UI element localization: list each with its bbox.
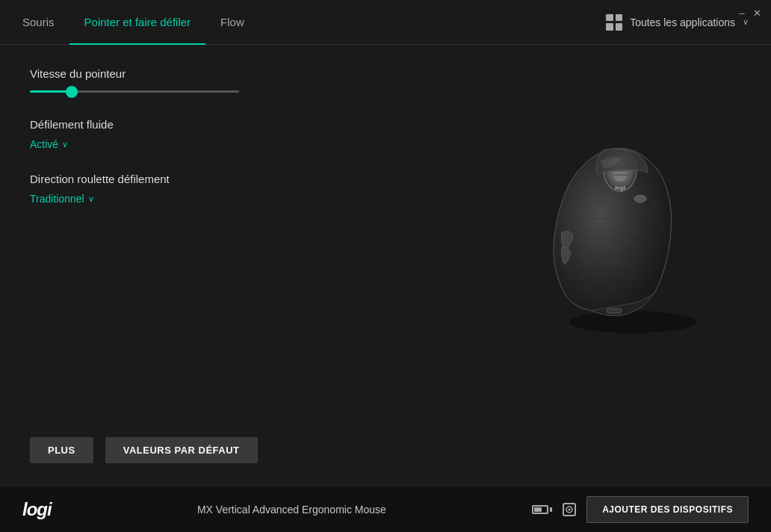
smooth-scroll-label: Défilement fluide [30,118,487,131]
footer-device-name: MX Vertical Advanced Ergonomic Mouse [52,504,532,516]
tab-flow[interactable]: Flow [205,0,259,45]
add-device-button[interactable]: AJOUTER DES DISPOSITIFS [586,496,749,523]
slider-thumb[interactable] [66,86,78,98]
grid-icon [606,14,622,31]
tab-pointer[interactable]: Pointer et faire défiler [69,0,206,45]
scroll-direction-value: Traditionnel [30,193,84,205]
smooth-scroll-dropdown[interactable]: Activé ∨ [30,138,487,150]
default-button[interactable]: VALEURS PAR DÉFAUT [105,437,258,463]
footer: logi MX Vertical Advanced Ergonomic Mous… [0,487,771,532]
scroll-direction-label: Direction roulette défilement [30,173,487,185]
scroll-direction-dropdown[interactable]: Traditionnel ∨ [30,193,487,205]
footer-right: AJOUTER DES DISPOSITIFS [532,496,749,523]
connection-icon [563,503,576,516]
nav-tabs: Souris Pointer et faire défiler Flow [22,0,606,45]
app-selector-label: Toutes les applications [630,16,735,28]
title-bar: – ✕ [728,0,771,25]
grid-dot [616,14,623,22]
slider-container[interactable] [30,87,239,96]
pointer-speed-section: Vitesse du pointeur [30,67,487,96]
chevron-down-icon: ∨ [62,140,68,149]
mouse-image: logi [510,132,719,341]
battery-body [532,505,548,514]
footer-logo: logi [22,499,52,520]
battery-icon [532,505,552,514]
bottom-buttons: PLUS VALEURS PAR DÉFAUT [0,427,771,472]
pointer-speed-label: Vitesse du pointeur [30,67,487,80]
battery-fill [534,507,542,512]
scroll-direction-section: Direction roulette défilement Traditionn… [30,173,487,205]
svg-text:logi: logi [615,185,626,191]
minimize-button[interactable]: – [735,6,749,19]
battery-tip [550,507,552,512]
svg-point-0 [569,311,696,333]
tab-souris[interactable]: Souris [22,0,69,45]
slider-track[interactable] [30,90,239,93]
chevron-down-icon: ∨ [88,194,94,204]
right-panel: logi [487,67,741,405]
nav-bar: Souris Pointer et faire défiler Flow Tou… [0,0,771,45]
main-content: Vitesse du pointeur Défilement fluide Ac… [0,45,771,427]
close-button[interactable]: ✕ [750,6,764,19]
grid-dot [606,14,613,22]
smooth-scroll-section: Défilement fluide Activé ∨ [30,118,487,150]
svg-point-10 [569,509,571,511]
grid-dot [606,23,613,31]
svg-rect-8 [607,309,622,313]
plus-button[interactable]: PLUS [30,437,93,463]
grid-dot [616,23,623,31]
svg-point-6 [634,195,646,202]
left-panel: Vitesse du pointeur Défilement fluide Ac… [30,67,487,405]
smooth-scroll-value: Activé [30,138,58,150]
